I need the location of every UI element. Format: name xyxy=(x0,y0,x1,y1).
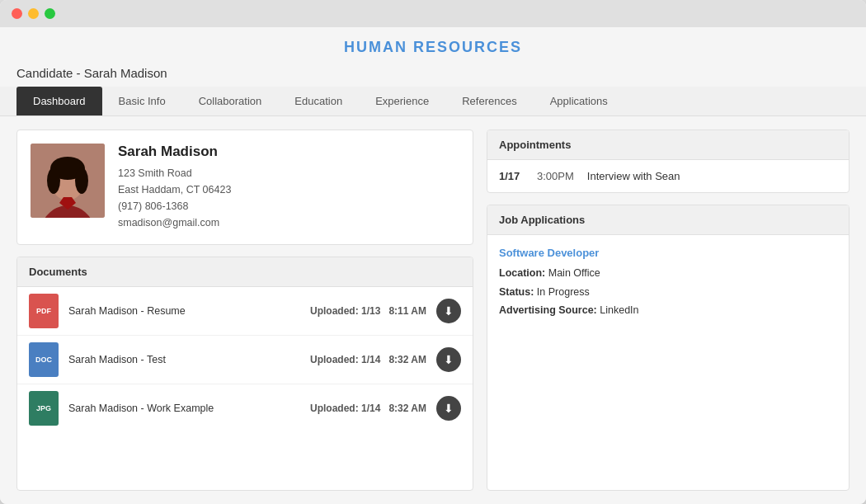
appointments-section: Appointments 1/17 3:00PM Interview with … xyxy=(487,130,850,193)
profile-card: Sarah Madison 123 Smith Road East Haddam… xyxy=(16,130,473,245)
pdf-icon: PDF xyxy=(29,294,59,328)
doc-upload-info: Uploaded: 1/14 8:32 AM xyxy=(310,354,426,365)
jpg-icon: JPG xyxy=(29,391,59,426)
doc-row: PDF Sarah Madison - Resume Uploaded: 1/1… xyxy=(17,287,473,336)
app-header: HUMAN RESOURCES xyxy=(0,27,866,61)
job-location: Location: Main Office xyxy=(499,264,837,283)
doc-upload-info: Uploaded: 1/13 8:11 AM xyxy=(310,305,426,317)
candidate-address2: East Haddam, CT 06423 xyxy=(118,181,231,198)
tabs-bar: Dashboard Basic Info Collaboration Educa… xyxy=(0,87,866,116)
doc-row: DOC Sarah Madison - Test Uploaded: 1/14 … xyxy=(17,336,473,384)
doc-name: Sarah Madison - Resume xyxy=(68,305,300,317)
job-title-link[interactable]: Software Developer xyxy=(499,247,837,259)
appointments-header: Appointments xyxy=(487,130,849,160)
tab-applications[interactable]: Applications xyxy=(534,87,624,115)
minimize-button[interactable] xyxy=(28,8,39,19)
documents-section: Documents PDF Sarah Madison - Resume Upl… xyxy=(16,257,473,491)
tab-references[interactable]: References xyxy=(445,87,533,115)
documents-header: Documents xyxy=(17,257,473,287)
app-window: HUMAN RESOURCES Candidate - Sarah Madiso… xyxy=(0,0,866,504)
appt-time: 3:00PM xyxy=(537,170,574,182)
svg-point-5 xyxy=(47,167,60,194)
doc-row: JPG Sarah Madison - Work Example Uploade… xyxy=(17,384,473,432)
svg-point-6 xyxy=(75,167,88,194)
candidate-address1: 123 Smith Road xyxy=(118,165,231,181)
download-button[interactable]: ⬇ xyxy=(436,347,461,372)
doc-icon: DOC xyxy=(29,342,59,377)
doc-name: Sarah Madison - Test xyxy=(68,354,300,365)
tab-basic-info[interactable]: Basic Info xyxy=(102,87,182,115)
candidate-name: Sarah Madison xyxy=(118,144,231,160)
candidate-email: smadison@gmail.com xyxy=(118,214,231,231)
candidate-phone: (917) 806-1368 xyxy=(118,198,231,214)
right-column: Appointments 1/17 3:00PM Interview with … xyxy=(487,130,850,491)
tab-education[interactable]: Education xyxy=(278,87,359,115)
profile-info: Sarah Madison 123 Smith Road East Haddam… xyxy=(118,144,231,231)
appt-date: 1/17 xyxy=(499,170,524,182)
close-button[interactable] xyxy=(12,8,22,19)
job-status: Status: In Progress xyxy=(499,283,837,302)
tab-collaboration[interactable]: Collaboration xyxy=(182,87,279,115)
avatar xyxy=(31,144,105,218)
tab-experience[interactable]: Experience xyxy=(359,87,445,115)
app-title: HUMAN RESOURCES xyxy=(0,39,866,56)
page-label: Candidate - Sarah Madison xyxy=(0,61,866,80)
app-content: HUMAN RESOURCES Candidate - Sarah Madiso… xyxy=(0,27,866,504)
doc-upload-info: Uploaded: 1/14 8:32 AM xyxy=(310,403,426,414)
job-applications-section: Job Applications Software Developer Loca… xyxy=(487,205,850,491)
appt-description: Interview with Sean xyxy=(587,170,680,182)
doc-name: Sarah Madison - Work Example xyxy=(68,403,300,414)
download-button[interactable]: ⬇ xyxy=(436,396,461,421)
left-column: Sarah Madison 123 Smith Road East Haddam… xyxy=(16,130,473,491)
tab-dashboard[interactable]: Dashboard xyxy=(16,87,102,115)
download-button[interactable]: ⬇ xyxy=(436,299,461,323)
job-ad-source: Advertising Source: LinkedIn xyxy=(499,301,837,320)
title-bar xyxy=(0,0,866,27)
job-app-body: Software Developer Location: Main Office… xyxy=(487,235,849,332)
maximize-button[interactable] xyxy=(45,8,55,19)
main-content: Sarah Madison 123 Smith Road East Haddam… xyxy=(0,116,866,504)
appointment-row: 1/17 3:00PM Interview with Sean xyxy=(487,160,849,192)
job-applications-header: Job Applications xyxy=(487,205,849,235)
